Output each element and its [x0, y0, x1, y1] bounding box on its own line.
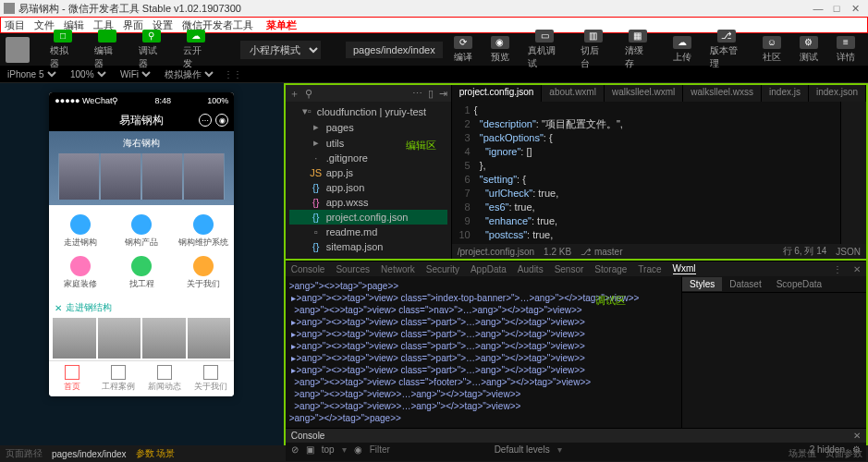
- collapse-icon[interactable]: ⇥: [439, 88, 447, 100]
- devtools-tab[interactable]: AppData: [471, 264, 507, 274]
- console-close-icon[interactable]: ✕: [853, 431, 861, 441]
- styles-tab[interactable]: ScopeData: [769, 277, 829, 291]
- network-select[interactable]: WiFi: [116, 68, 153, 80]
- devtools-close-icon[interactable]: ✕: [853, 264, 861, 274]
- close-button[interactable]: ✕: [846, 3, 864, 15]
- capsule-menu-icon[interactable]: ⋯: [199, 114, 212, 127]
- editor-tab[interactable]: index.js: [762, 85, 809, 102]
- toolbar-button[interactable]: ▭真机调试: [520, 28, 569, 72]
- menu-item[interactable]: 项目: [5, 18, 25, 32]
- console-clear-icon[interactable]: ⊘: [291, 444, 299, 455]
- devtools-tab[interactable]: Wxml: [673, 263, 696, 274]
- editor-tab[interactable]: index.json: [809, 85, 866, 102]
- devtools-tab[interactable]: Console: [291, 264, 325, 274]
- status-branch[interactable]: ⎇ master: [581, 247, 622, 257]
- console-drawer: Console✕ ⊘ ▣ top ▾ ◉ Default levels▾ 2 h…: [286, 428, 866, 461]
- nav-grid-item[interactable]: 关于我们: [173, 252, 235, 294]
- simulator-pane: ●●●●● WeChat⚲ 8:48 100% 易瑞钢构 ⋯◉ 海右钢构 走进钢…: [0, 83, 284, 445]
- console-level[interactable]: Default levels: [495, 444, 550, 455]
- more-icon[interactable]: ⋯: [412, 88, 422, 100]
- footer-path[interactable]: pages/index/index: [52, 449, 127, 459]
- toolbar-button[interactable]: ⟳编译: [446, 34, 480, 66]
- devtools-more-icon[interactable]: ⋮: [833, 264, 842, 274]
- styles-tab[interactable]: Styles: [682, 277, 722, 291]
- wxml-tree[interactable]: 调试区 >ang>"><>>tag>">page>> ▸>ang>"><>>ta…: [286, 276, 681, 428]
- console-context-icon[interactable]: ▣: [306, 444, 314, 455]
- toolbar-button[interactable]: ◉预览: [483, 34, 517, 66]
- nav-grid-item[interactable]: 钢构维护系统: [173, 211, 235, 252]
- file-node[interactable]: {}project.config.json: [289, 210, 447, 225]
- toolbar-button[interactable]: ☁云开发: [176, 28, 216, 72]
- add-file-icon[interactable]: ＋: [289, 87, 300, 101]
- console-filter-input[interactable]: [370, 444, 487, 455]
- toolbar-button[interactable]: 编辑器: [87, 28, 128, 72]
- toolbar-button[interactable]: ⚙测试: [792, 34, 825, 66]
- footer-scene[interactable]: 场景值: [789, 447, 816, 460]
- file-node[interactable]: {}app.wxss: [289, 195, 447, 210]
- status-lang[interactable]: JSON: [836, 247, 861, 257]
- file-explorer: ＋⚲⋯▯⇥ 编辑区 ▾▫cloudfunction | yruiy-test ▸…: [286, 85, 452, 259]
- sim-action-icon[interactable]: ⋮⋮: [224, 69, 242, 79]
- toolbar-button[interactable]: ⚲调试器: [131, 28, 172, 72]
- app-icon: [4, 3, 15, 14]
- mode-select[interactable]: 小程序模式: [240, 41, 321, 59]
- footer-pageparams[interactable]: 页面参数: [825, 447, 862, 460]
- styles-tab[interactable]: Dataset: [722, 277, 768, 291]
- maximize-button[interactable]: □: [827, 3, 846, 14]
- zoom-select[interactable]: 100%: [67, 68, 109, 80]
- file-node[interactable]: {}sitemap.json: [289, 239, 447, 254]
- toolbar-button[interactable]: ▦清缓存: [617, 28, 658, 72]
- devtools-tab[interactable]: Network: [381, 264, 415, 274]
- tabbar-item[interactable]: 新闻动态: [141, 365, 188, 393]
- minimap[interactable]: [840, 102, 866, 244]
- code-editor: project.config.jsonabout.wxmlwalkslleel.…: [452, 85, 866, 259]
- nav-grid-item[interactable]: 找工程: [111, 252, 173, 294]
- nav-grid-item[interactable]: 钢构产品: [111, 211, 173, 252]
- devtools-tab[interactable]: Security: [426, 264, 459, 274]
- file-node[interactable]: ▸pages: [289, 119, 447, 135]
- tabbar-item[interactable]: 工程案例: [95, 365, 141, 393]
- thumbnail-row[interactable]: [49, 316, 234, 360]
- file-node[interactable]: ▫readme.md: [289, 225, 447, 239]
- editor-tabs: project.config.jsonabout.wxmlwalkslleel.…: [452, 85, 866, 102]
- search-icon[interactable]: ⚲: [305, 88, 312, 100]
- sim-select[interactable]: 模拟操作: [161, 68, 216, 80]
- device-select[interactable]: iPhone 5: [4, 68, 59, 80]
- capsule-close-icon[interactable]: ◉: [215, 114, 228, 127]
- file-node[interactable]: JSapp.js: [289, 165, 447, 180]
- section-strip[interactable]: ✕走进钢结构: [49, 299, 234, 316]
- devtools-tab[interactable]: Audits: [518, 264, 544, 274]
- eye-icon[interactable]: ◉: [354, 444, 362, 455]
- tabbar-item[interactable]: 关于我们: [188, 365, 234, 393]
- toolbar-button[interactable]: □模拟器: [43, 28, 83, 72]
- editor-tab[interactable]: walkslleel.wxml: [605, 85, 683, 102]
- minimize-button[interactable]: —: [809, 3, 827, 14]
- file-node[interactable]: ·.gitignore: [289, 151, 447, 165]
- nav-grid-item[interactable]: 走进钢构: [49, 211, 111, 252]
- toolbar-button[interactable]: ▥切后台: [573, 28, 614, 72]
- page-path-select[interactable]: pages/index/index: [346, 42, 443, 58]
- devtools-tab[interactable]: Sources: [336, 264, 370, 274]
- devtools-tab[interactable]: Sensor: [555, 264, 584, 274]
- devtools-tabs: ConsoleSourcesNetworkSecurityAppDataAudi…: [286, 261, 866, 276]
- editor-tab[interactable]: about.wxml: [542, 85, 605, 102]
- folder-root[interactable]: ▾▫cloudfunction | yruiy-test: [289, 103, 447, 119]
- footer-params[interactable]: 参数 场景: [136, 447, 176, 460]
- devtools-tab[interactable]: Trace: [638, 264, 661, 274]
- user-avatar[interactable]: [6, 37, 30, 63]
- split-icon[interactable]: ▯: [428, 88, 434, 100]
- editor-tab[interactable]: project.config.json: [452, 85, 543, 102]
- devtools-tab[interactable]: Storage: [594, 264, 627, 274]
- toolbar-button[interactable]: ☁上传: [666, 34, 699, 66]
- file-node[interactable]: {}app.json: [289, 180, 447, 195]
- toolbar-button[interactable]: ☺社区: [755, 34, 789, 66]
- nav-grid-item[interactable]: 家庭装修: [49, 252, 111, 294]
- console-scope[interactable]: top: [322, 444, 335, 455]
- toolbar: □模拟器编辑器⚲调试器☁云开发 小程序模式 pages/index/index …: [0, 33, 868, 67]
- editor-tab[interactable]: walkslleel.wxss: [683, 85, 762, 102]
- toolbar-button[interactable]: ⎇版本管理: [703, 28, 752, 72]
- code-area[interactable]: 1234567891011 { "description": "项目配置文件。"…: [452, 102, 866, 244]
- banner[interactable]: 海右钢构: [49, 131, 234, 205]
- toolbar-button[interactable]: ≡详情: [829, 34, 862, 66]
- tabbar-item[interactable]: 首页: [49, 365, 95, 393]
